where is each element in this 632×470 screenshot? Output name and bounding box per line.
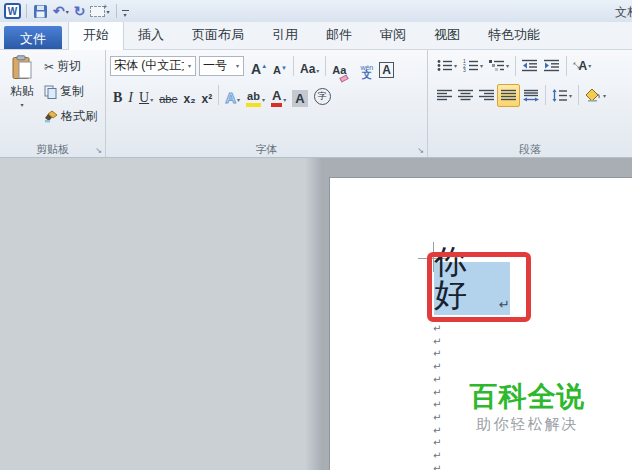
- copy-button[interactable]: 复制: [42, 79, 103, 104]
- text-effects-icon: A: [225, 89, 236, 107]
- grow-font-icon: A: [251, 60, 261, 78]
- font-name-combobox[interactable]: 宋体 (中文正文 ▾: [110, 56, 196, 76]
- dialog-launcher-icon[interactable]: ↘: [417, 146, 424, 155]
- scissors-icon: ✂: [44, 60, 54, 74]
- font-size-value: 一号: [200, 57, 232, 74]
- clipboard-group-label: 剪贴板: [0, 142, 105, 156]
- multilevel-list-icon: [489, 59, 505, 72]
- chevron-down-icon: ▾: [588, 62, 591, 69]
- highlight-color-button[interactable]: ab ▾: [243, 83, 268, 107]
- chevron-down-icon: ▾: [123, 13, 126, 17]
- caret-up-icon: ▲: [261, 63, 267, 69]
- window-title: 文档: [615, 4, 632, 21]
- screenshot-button[interactable]: ▾: [89, 6, 110, 17]
- divider: [578, 85, 579, 105]
- align-right-button[interactable]: [476, 84, 497, 107]
- align-center-button[interactable]: [455, 84, 476, 107]
- divider: [218, 85, 219, 105]
- bold-button[interactable]: B: [110, 83, 125, 107]
- bar-icon: [122, 10, 129, 11]
- title-bar: W ↶ ▾ ↻ ▾ ▾ 文档: [0, 0, 632, 22]
- paragraph-mark: ↵: [433, 463, 441, 470]
- format-painter-icon: [44, 110, 58, 123]
- italic-button[interactable]: I: [125, 83, 136, 107]
- dialog-launcher-icon[interactable]: ↘: [95, 146, 102, 155]
- font-color-button[interactable]: A ▾: [268, 83, 289, 107]
- ribbon-tabs: 文件 开始 插入 页面布局 引用 邮件 审阅 视图 特色功能: [0, 22, 632, 50]
- divider: [26, 4, 27, 18]
- decrease-indent-icon: [522, 59, 538, 72]
- paragraph-mark: ↵: [433, 361, 441, 374]
- paste-label: 粘贴: [10, 83, 34, 100]
- paragraph-mark: ↵: [433, 336, 441, 349]
- chevron-down-icon: ▾: [262, 96, 265, 103]
- tab-references[interactable]: 引用: [258, 22, 312, 49]
- strikethrough-button[interactable]: abe: [156, 83, 180, 107]
- tab-special-features[interactable]: 特色功能: [474, 22, 554, 49]
- format-painter-button[interactable]: 格式刷: [42, 104, 103, 129]
- ribbon: 粘贴 ▾ ✂ 剪切 复制: [0, 50, 632, 158]
- multilevel-list-button[interactable]: ▾: [486, 54, 512, 77]
- text-effects-button[interactable]: A ▾: [222, 83, 243, 107]
- font-color-icon: A: [271, 89, 282, 107]
- tab-page-layout[interactable]: 页面布局: [178, 22, 258, 49]
- shrink-font-button[interactable]: A▼: [270, 54, 290, 78]
- chevron-down-icon: ▾: [283, 96, 286, 103]
- grow-font-button[interactable]: A▲: [248, 54, 270, 78]
- tab-file[interactable]: 文件: [4, 26, 62, 49]
- document-page[interactable]: 你好 ↵ ↵↵↵↵↵↵↵↵↵↵↵↵ 百科全说 助你轻松解决: [330, 178, 632, 470]
- tab-home[interactable]: 开始: [68, 21, 124, 50]
- save-button[interactable]: [32, 4, 49, 19]
- distribute-button[interactable]: [520, 84, 542, 107]
- align-left-icon: [437, 89, 452, 101]
- cut-button[interactable]: ✂ 剪切: [42, 54, 103, 79]
- justify-button[interactable]: [497, 84, 520, 107]
- align-left-button[interactable]: [434, 84, 455, 107]
- customize-quick-access-button[interactable]: ▾: [122, 6, 129, 17]
- shading-button[interactable]: ▾: [582, 84, 609, 107]
- tab-view[interactable]: 视图: [420, 22, 474, 49]
- asian-layout-button[interactable]: ⤡ A ▾: [570, 54, 594, 77]
- numbering-button[interactable]: 1 2 3 ▾: [460, 54, 486, 77]
- character-border-button[interactable]: A: [376, 54, 397, 78]
- font-size-combobox[interactable]: 一号 ▾: [199, 56, 244, 76]
- undo-icon: ↶: [53, 4, 65, 18]
- paste-button[interactable]: 粘贴 ▾: [2, 52, 42, 141]
- tab-mailings[interactable]: 邮件: [312, 22, 366, 49]
- tab-insert[interactable]: 插入: [124, 22, 178, 49]
- tab-review[interactable]: 审阅: [366, 22, 420, 49]
- cut-label: 剪切: [57, 58, 81, 75]
- undo-button[interactable]: ↶ ▾: [52, 4, 70, 18]
- word-logo-icon[interactable]: W: [4, 3, 21, 19]
- paragraph-mark: ↵: [433, 387, 441, 400]
- document-canvas[interactable]: 你好 ↵ ↵↵↵↵↵↵↵↵↵↵↵↵ 百科全说 助你轻松解决: [0, 158, 632, 470]
- chevron-down-icon: ▾: [232, 62, 243, 69]
- chevron-down-icon[interactable]: ▾: [66, 8, 69, 15]
- font-group-label: 字体: [106, 142, 427, 156]
- divider: [293, 56, 294, 76]
- phonetic-guide-button[interactable]: wén 文: [357, 54, 376, 78]
- decrease-indent-button[interactable]: [519, 54, 541, 77]
- paragraph-mark: ↵: [433, 437, 441, 450]
- line-spacing-button[interactable]: ▾: [549, 84, 575, 107]
- superscript-button[interactable]: x²: [199, 83, 216, 107]
- bullets-button[interactable]: ▾: [434, 54, 460, 77]
- redo-button[interactable]: ↻: [73, 4, 87, 18]
- watermark-title: 百科全说: [450, 378, 605, 416]
- change-case-button[interactable]: Aa ▾: [297, 54, 322, 78]
- enclose-characters-button[interactable]: 字: [311, 83, 334, 107]
- justify-icon: [501, 89, 516, 101]
- copy-label: 复制: [60, 83, 84, 100]
- paragraph-group-label: 段落: [428, 142, 632, 156]
- clear-formatting-button[interactable]: Aa: [329, 54, 357, 78]
- subscript-button[interactable]: x₂: [181, 83, 199, 107]
- character-shading-button[interactable]: A: [289, 83, 310, 107]
- increase-indent-button[interactable]: [541, 54, 563, 77]
- divider: [325, 56, 326, 76]
- highlight-icon: ab: [246, 89, 261, 107]
- shrink-font-icon: A: [273, 62, 281, 78]
- red-annotation-box: [427, 252, 531, 322]
- empty-paragraph-marks: ↵↵↵↵↵↵↵↵↵↵↵↵: [433, 323, 441, 470]
- paragraph-mark: ↵: [433, 323, 441, 336]
- underline-button[interactable]: U ▾: [136, 83, 156, 107]
